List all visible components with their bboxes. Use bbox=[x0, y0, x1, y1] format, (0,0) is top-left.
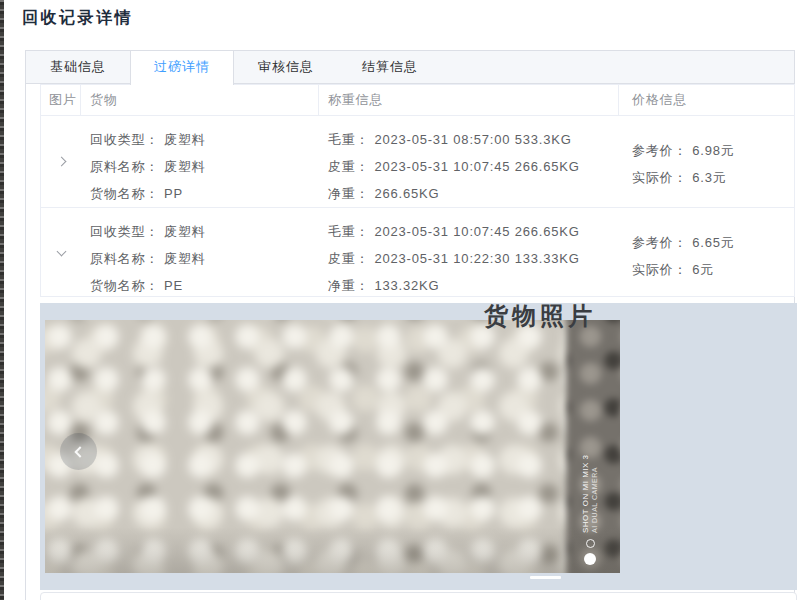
tab-review-info[interactable]: 审核信息 bbox=[234, 51, 338, 84]
field-value: 2023-05-31 10:07:45 266.65KG bbox=[374, 159, 579, 174]
table-row: 回收类型：废塑料 原料名称：废塑料 货物名称：PP 毛重：2023-05-31 … bbox=[41, 116, 794, 208]
goods-cell: 回收类型：废塑料 原料名称：废塑料 货物名称：PP bbox=[81, 116, 319, 207]
field-net-weight: 净重：133.32KG bbox=[328, 272, 619, 297]
carousel-indicator[interactable] bbox=[530, 576, 561, 579]
field-value: PE bbox=[164, 278, 183, 293]
weighing-cell: 毛重：2023-05-31 08:57:00 533.3KG 皮重：2023-0… bbox=[319, 116, 619, 207]
field-label: 净重： bbox=[328, 186, 369, 201]
tab-basic-info[interactable]: 基础信息 bbox=[26, 51, 130, 84]
goods-photo-image: SHOT ON MI MIX 3 AI DUAL CAMERA bbox=[45, 320, 620, 573]
price-cell: 参考价：6.98元 实际价：6.3元 bbox=[619, 116, 794, 207]
table-row: 回收类型：废塑料 原料名称：废塑料 货物名称：PE 毛重：2023-05-31 … bbox=[41, 208, 794, 297]
field-label: 实际价： bbox=[632, 170, 687, 185]
field-gross-weight: 毛重：2023-05-31 08:57:00 533.3KG bbox=[328, 126, 619, 153]
watermark-text: SHOT ON MI MIX 3 AI DUAL CAMERA bbox=[581, 454, 600, 533]
expand-cell bbox=[41, 208, 81, 297]
watermark-dot-filled bbox=[584, 553, 596, 565]
field-label: 实际价： bbox=[632, 262, 687, 277]
field-value: 废塑料 bbox=[164, 251, 205, 266]
watermark-line2: AI DUAL CAMERA bbox=[591, 454, 600, 533]
page: 回收记录详情 基础信息 过磅详情 审核信息 结算信息 图片 货物 称重信息 价格… bbox=[0, 0, 800, 600]
tab-settlement-info[interactable]: 结算信息 bbox=[338, 51, 442, 84]
field-net-weight: 净重：266.65KG bbox=[328, 180, 619, 207]
goods-cell: 回收类型：废塑料 原料名称：废塑料 货物名称：PE bbox=[81, 208, 319, 297]
column-header-price: 价格信息 bbox=[619, 85, 794, 115]
field-label: 皮重： bbox=[328, 159, 369, 174]
field-value: 6.3元 bbox=[692, 170, 726, 185]
field-label: 参考价： bbox=[632, 143, 687, 158]
field-label: 参考价： bbox=[632, 235, 687, 250]
weighing-cell: 毛重：2023-05-31 10:07:45 266.65KG 皮重：2023-… bbox=[319, 208, 619, 297]
field-value: 266.65KG bbox=[374, 186, 439, 201]
field-material-name: 原料名称：废塑料 bbox=[90, 245, 319, 272]
field-material-name: 原料名称：废塑料 bbox=[90, 153, 319, 180]
field-label: 回收类型： bbox=[90, 224, 159, 239]
table-header-row: 图片 货物 称重信息 价格信息 bbox=[41, 85, 794, 116]
field-tare-weight: 皮重：2023-05-31 10:22:30 133.33KG bbox=[328, 245, 619, 272]
field-value: 6元 bbox=[692, 262, 714, 277]
column-header-weighing: 称重信息 bbox=[319, 85, 619, 115]
field-gross-weight: 毛重：2023-05-31 10:07:45 266.65KG bbox=[328, 218, 619, 245]
chevron-right-icon[interactable] bbox=[56, 157, 66, 167]
field-label: 货物名称： bbox=[90, 278, 159, 293]
field-actual-price: 实际价：6元 bbox=[632, 256, 794, 283]
field-label: 皮重： bbox=[328, 251, 369, 266]
field-label: 货物名称： bbox=[90, 186, 159, 201]
weighing-table: 图片 货物 称重信息 价格信息 回收类型：废塑料 原料名称：废塑料 货物名称：P… bbox=[40, 84, 795, 297]
field-recycle-type: 回收类型：废塑料 bbox=[90, 218, 319, 245]
column-header-goods: 货物 bbox=[81, 85, 319, 115]
expand-cell bbox=[41, 116, 81, 207]
field-value: 2023-05-31 10:22:30 133.33KG bbox=[374, 251, 579, 266]
field-label: 毛重： bbox=[328, 132, 369, 147]
camera-watermark: SHOT ON MI MIX 3 AI DUAL CAMERA bbox=[572, 445, 608, 565]
field-value: 废塑料 bbox=[164, 159, 205, 174]
field-goods-name: 货物名称：PP bbox=[90, 180, 319, 207]
field-value: 废塑料 bbox=[164, 224, 205, 239]
field-recycle-type: 回收类型：废塑料 bbox=[90, 126, 319, 153]
field-value: 2023-05-31 10:07:45 266.65KG bbox=[374, 224, 579, 239]
field-goods-name: 货物名称：PE bbox=[90, 272, 319, 297]
photo-bottom-shade bbox=[45, 527, 620, 573]
field-actual-price: 实际价：6.3元 bbox=[632, 164, 794, 191]
watermark-line1: SHOT ON MI MIX 3 bbox=[581, 454, 591, 533]
field-value: 133.32KG bbox=[374, 278, 439, 293]
goods-photo-title: 货物照片 bbox=[484, 300, 596, 332]
field-label: 原料名称： bbox=[90, 159, 159, 174]
tab-weighing-details[interactable]: 过磅详情 bbox=[130, 51, 234, 85]
tab-bar: 基础信息 过磅详情 审核信息 结算信息 bbox=[26, 51, 794, 84]
field-reference-price: 参考价：6.98元 bbox=[632, 137, 794, 164]
field-reference-price: 参考价：6.65元 bbox=[632, 229, 794, 256]
field-tare-weight: 皮重：2023-05-31 10:07:45 266.65KG bbox=[328, 153, 619, 180]
chevron-down-icon[interactable] bbox=[56, 246, 66, 256]
field-value: 2023-05-31 08:57:00 533.3KG bbox=[374, 132, 571, 147]
field-value: 6.65元 bbox=[692, 235, 734, 250]
carousel-prev-button[interactable] bbox=[60, 433, 97, 470]
window-edge-strip bbox=[0, 0, 4, 600]
field-value: 废塑料 bbox=[164, 132, 205, 147]
field-label: 净重： bbox=[328, 278, 369, 293]
field-label: 毛重： bbox=[328, 224, 369, 239]
page-title: 回收记录详情 bbox=[22, 8, 133, 29]
field-label: 原料名称： bbox=[90, 251, 159, 266]
field-value: 6.98元 bbox=[692, 143, 734, 158]
watermark-dot-outline bbox=[586, 539, 595, 548]
chevron-left-icon bbox=[74, 446, 85, 457]
field-value: PP bbox=[164, 186, 183, 201]
column-header-image: 图片 bbox=[41, 85, 81, 115]
price-cell: 参考价：6.65元 实际价：6元 bbox=[619, 208, 794, 297]
field-label: 回收类型： bbox=[90, 132, 159, 147]
goods-photo-carousel: 货物照片 SHOT ON MI MIX 3 AI DUAL CAMERA bbox=[40, 303, 797, 590]
next-section-panel bbox=[40, 592, 797, 600]
